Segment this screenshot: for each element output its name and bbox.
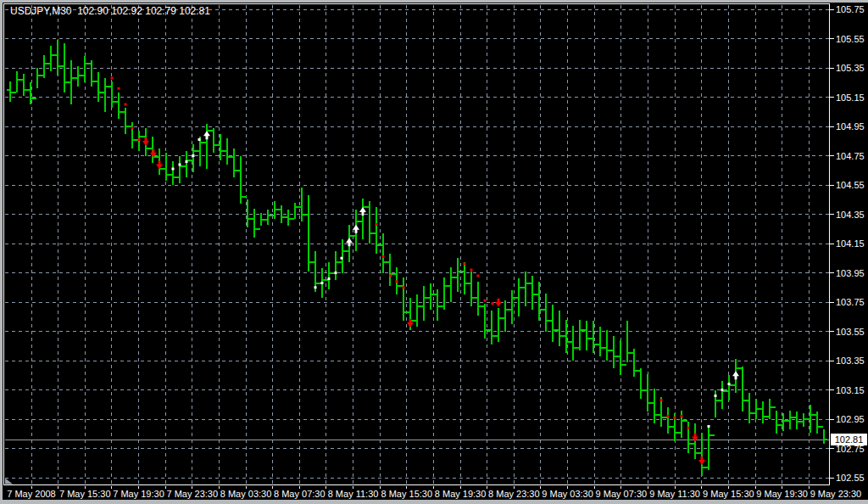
- time-scale-label: 9 May 15:30: [703, 489, 754, 499]
- sell-arrow-icon: [142, 137, 149, 146]
- window-border-left: [0, 0, 3, 504]
- price-chart-canvas[interactable]: 105.75105.55105.35105.15104.95104.75104.…: [0, 0, 868, 504]
- chart-title: USDJPY,M30 102.90 102.92 102.79 102.81: [10, 5, 210, 17]
- price-scale-label: 105.35: [836, 63, 865, 73]
- time-scale-label: 7 May 15:30: [59, 489, 111, 499]
- price-scale-label: 104.75: [836, 151, 865, 161]
- price-scale-label: 105.55: [836, 34, 865, 44]
- time-scale-label: 8 May 19:30: [435, 489, 487, 499]
- price-scale-label: 103.55: [836, 327, 865, 337]
- time-scale-label: 9 May 11:30: [649, 489, 700, 499]
- mt4-chart-window: 105.75105.55105.35105.15104.95104.75104.…: [0, 0, 868, 504]
- price-scale-label: 102.95: [836, 414, 865, 424]
- price-scale-label: 104.55: [836, 180, 865, 190]
- time-scale-label: 9 May 03:30: [542, 489, 593, 499]
- price-scale-label: 103.95: [836, 268, 865, 278]
- time-scale-label: 8 May 15:30: [381, 489, 433, 499]
- time-scale-label: 9 May 19:30: [756, 489, 808, 499]
- time-scale-label: 8 May 11:30: [328, 489, 379, 499]
- time-scale-label: 9 May 23:30: [810, 489, 862, 499]
- time-scale-label: 9 May 07:30: [596, 489, 648, 499]
- chart-shift-marker-icon: [5, 479, 13, 484]
- price-scale-label: 105.75: [836, 4, 865, 14]
- time-scale-label: 8 May 03:30: [220, 489, 272, 499]
- current-price-badge: 102.81: [831, 434, 867, 445]
- buy-arrow-icon: [353, 225, 359, 233]
- price-scale-label: 105.15: [836, 92, 865, 103]
- time-scale-label: 7 May 19:30: [113, 489, 164, 499]
- price-scale-label: 103.35: [836, 356, 865, 366]
- price-scale-label: 103.75: [836, 297, 865, 307]
- price-bars-series: [7, 40, 827, 476]
- sell-signal-dots: [111, 77, 690, 429]
- buy-arrow-icon: [203, 131, 210, 139]
- price-scale-label: 104.95: [836, 121, 865, 132]
- window-border-top: [0, 0, 868, 3]
- buy-arrow-icon: [346, 238, 353, 246]
- window-border-bottom: [0, 500, 868, 504]
- sell-arrow-icon: [407, 319, 414, 328]
- price-scale-label: 102.55: [836, 473, 865, 483]
- price-scale-label: 104.35: [836, 210, 865, 220]
- time-scale-label: 7 May 23:30: [167, 489, 219, 499]
- time-scale-label: 8 May 07:30: [274, 489, 326, 499]
- sell-arrow-icon: [692, 433, 698, 441]
- price-scale-label: 103.15: [836, 385, 865, 395]
- price-scale-label: 104.15: [836, 238, 865, 249]
- sell-arrow-icon: [698, 456, 705, 465]
- plot-frame: [4, 4, 830, 485]
- buy-arrow-icon: [732, 371, 739, 379]
- time-scale-label: 7 May 2008: [7, 489, 55, 499]
- time-scale-label: 8 May 23:30: [488, 489, 540, 499]
- sell-arrow-icon: [495, 299, 502, 307]
